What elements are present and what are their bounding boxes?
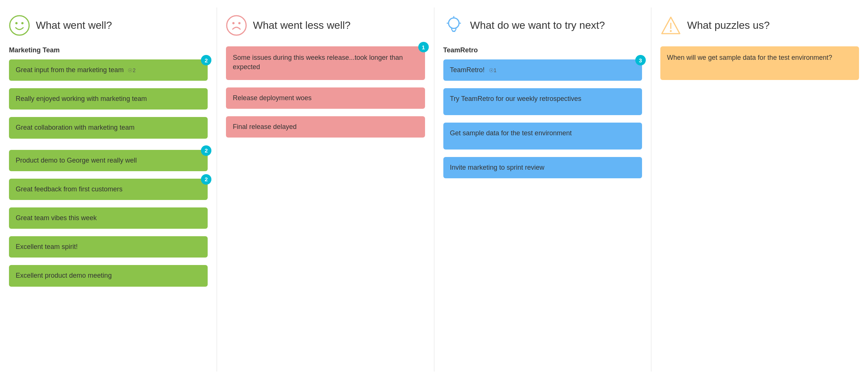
card-group-puzzles-1: When will we get sample data for the tes…	[660, 46, 859, 80]
card-text: Really enjoyed working with marketing te…	[16, 94, 201, 104]
column-header-puzzles: What puzzles us?	[660, 15, 859, 36]
column-went-well: What went well? Marketing Team Great inp…	[0, 7, 217, 372]
card-deployment-woes[interactable]: Release deployment woes	[226, 87, 425, 109]
card-really-enjoyed[interactable]: Really enjoyed working with marketing te…	[9, 88, 208, 110]
badge-2b: 2	[201, 145, 211, 156]
card-group-teamretro: TeamRetro! ☉1 3	[443, 59, 642, 81]
card-text: Try TeamRetro for our weekly retrospecti…	[450, 94, 635, 104]
card-team-vibes[interactable]: Great team vibes this week	[9, 207, 208, 229]
column-header-went-well: What went well?	[9, 15, 208, 36]
card-great-collab[interactable]: Great collaboration with marketing team	[9, 117, 208, 138]
retro-board: What went well? Marketing Team Great inp…	[0, 0, 868, 379]
vote-icon: ☉2	[128, 67, 136, 74]
section-label-teamretro: TeamRetro	[443, 46, 642, 54]
badge-2c: 2	[201, 174, 211, 185]
card-group-sample-data: Get sample data for the test environment	[443, 123, 642, 150]
card-group-try-teamretro: Try TeamRetro for our weekly retrospecti…	[443, 88, 642, 115]
card-group-5: Great feedback from first customers 2	[9, 179, 208, 200]
card-text: Get sample data for the test environment	[450, 129, 635, 138]
card-text: Great collaboration with marketing team	[16, 123, 201, 132]
card-text: Great team vibes this week	[16, 213, 201, 223]
smiley-icon	[9, 15, 30, 36]
card-group-1: Great input from the marketing team ☉2 2	[9, 59, 208, 81]
card-great-feedback[interactable]: Great feedback from first customers	[9, 179, 208, 200]
column-title-went-well: What went well?	[36, 19, 112, 31]
card-product-demo[interactable]: Product demo to George went really well	[9, 150, 208, 171]
card-team-spirit[interactable]: Excellent team spirit!	[9, 236, 208, 258]
warning-icon	[660, 15, 681, 36]
svg-point-3	[227, 16, 246, 35]
card-group-7: Excellent team spirit!	[9, 236, 208, 258]
card-group-2: Really enjoyed working with marketing te…	[9, 88, 208, 110]
frowny-icon	[226, 15, 247, 36]
card-group-deployment: Release deployment woes	[226, 87, 425, 109]
card-text: Product demo to George went really well	[16, 156, 201, 165]
badge-3: 3	[635, 55, 646, 65]
svg-point-4	[232, 22, 235, 24]
column-puzzles: What puzzles us? When will we get sample…	[651, 7, 868, 372]
card-invite-marketing[interactable]: Invite marketing to sprint review	[443, 157, 642, 178]
card-text: TeamRetro! ☉1	[450, 65, 635, 75]
card-group-invite-marketing: Invite marketing to sprint review	[443, 157, 642, 178]
lightbulb-icon	[443, 15, 464, 36]
card-text: Excellent team spirit!	[16, 242, 201, 252]
section-label-marketing: Marketing Team	[9, 46, 208, 54]
card-text: Excellent product demo meeting	[16, 271, 201, 280]
card-sample-data[interactable]: Get sample data for the test environment	[443, 123, 642, 150]
card-group-6: Great team vibes this week	[9, 207, 208, 229]
column-header-try-next: What do we want to try next?	[443, 15, 642, 36]
badge-1: 1	[418, 42, 429, 52]
card-teamretro[interactable]: TeamRetro! ☉1	[443, 59, 642, 81]
column-try-next: What do we want to try next? TeamRetro T…	[434, 7, 651, 372]
svg-point-5	[238, 22, 241, 24]
card-group-final-release: Final release delayed	[226, 116, 425, 138]
card-text: Invite marketing to sprint review	[450, 163, 635, 172]
card-sample-data-puzzle[interactable]: When will we get sample data for the tes…	[660, 46, 859, 80]
svg-point-13	[670, 30, 672, 32]
cards-try-next: TeamRetro! ☉1 3 Try TeamRetro for our we…	[443, 59, 642, 182]
svg-point-2	[21, 22, 24, 24]
badge-2: 2	[201, 55, 211, 65]
card-final-release[interactable]: Final release delayed	[226, 116, 425, 138]
card-group-8: Excellent product demo meeting	[9, 265, 208, 286]
svg-point-6	[449, 18, 459, 28]
card-some-issues[interactable]: Some issues during this weeks release...…	[226, 46, 425, 80]
svg-point-0	[10, 16, 29, 35]
svg-point-1	[15, 22, 18, 24]
card-text: When will we get sample data for the tes…	[667, 53, 852, 62]
card-product-demo-meeting[interactable]: Excellent product demo meeting	[9, 265, 208, 286]
card-text: Great feedback from first customers	[16, 185, 201, 194]
card-text: Release deployment woes	[233, 93, 418, 103]
column-title-less-well: What went less well?	[253, 19, 350, 31]
card-group-4: Product demo to George went really well …	[9, 150, 208, 171]
card-text: Some issues during this weeks release...…	[233, 53, 418, 72]
cards-less-well: Some issues during this weeks release...…	[226, 46, 425, 141]
card-text: Great input from the marketing team ☉2	[16, 65, 201, 75]
card-group-issues: Some issues during this weeks release...…	[226, 46, 425, 80]
cards-puzzles: When will we get sample data for the tes…	[660, 46, 859, 84]
card-group-3: Great collaboration with marketing team	[9, 117, 208, 138]
card-great-input[interactable]: Great input from the marketing team ☉2	[9, 59, 208, 81]
column-less-well: What went less well? Some issues during …	[217, 7, 434, 372]
cards-went-well: Great input from the marketing team ☉2 2…	[9, 59, 208, 290]
column-header-less-well: What went less well?	[226, 15, 425, 36]
card-try-teamretro[interactable]: Try TeamRetro for our weekly retrospecti…	[443, 88, 642, 115]
column-title-try-next: What do we want to try next?	[470, 19, 605, 31]
vote-icon-tr: ☉1	[489, 67, 497, 74]
column-title-puzzles: What puzzles us?	[687, 19, 770, 31]
card-text: Final release delayed	[233, 122, 418, 132]
